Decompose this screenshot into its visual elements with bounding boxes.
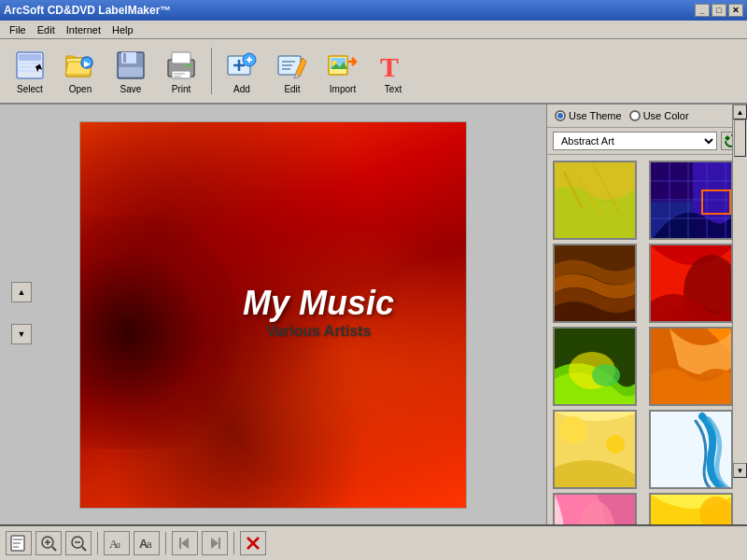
theme-dropdown-row: Abstract Art Classic Nature Sports Holid… [547,128,747,155]
open-button[interactable]: ▶ Open [56,43,105,99]
status-bar: A a A a [0,525,747,560]
svg-marker-7 [66,56,76,58]
use-theme-label: Use Theme [569,110,622,121]
app-title: ArcSoft CD&DVD LabelMaker™ [4,4,171,17]
svg-text:a: a [116,539,120,550]
import-label: Import [330,84,356,94]
svg-line-72 [52,547,56,551]
edit-button[interactable]: Edit [268,43,317,99]
open-label: Open [69,84,92,94]
svg-rect-4 [19,70,37,72]
svg-line-76 [82,547,86,551]
svg-rect-3 [19,66,35,68]
scrollbar-down-button[interactable]: ▼ [733,463,747,478]
print-button[interactable]: Print [157,43,205,99]
text-icon: T [376,49,410,82]
use-color-option[interactable]: Use Color [629,110,689,121]
title-bar: ArcSoft CD&DVD LabelMaker™ _ □ ✕ [0,0,747,21]
svg-marker-35 [725,135,730,141]
cd-dark-shape [80,216,239,449]
theme-thumb-4[interactable] [649,244,733,323]
text-button[interactable]: T Text [369,43,417,99]
svg-marker-82 [181,538,189,549]
scrollbar-up-button[interactable]: ▲ [733,105,747,119]
menu-edit[interactable]: Edit [32,22,61,37]
svg-rect-69 [13,542,21,544]
theme-thumb-1[interactable] [553,161,637,240]
menu-internet[interactable]: Internet [61,22,106,37]
theme-thumb-10[interactable] [649,493,733,525]
status-sep-2 [165,532,166,554]
use-theme-radio[interactable] [555,110,566,121]
page-view-button[interactable] [6,531,32,555]
status-sep-3 [233,532,234,554]
svg-point-60 [559,416,587,444]
svg-rect-70 [13,546,19,548]
theme-select[interactable]: Abstract Art Classic Nature Sports Holid… [553,132,717,150]
theme-thumb-5[interactable] [553,327,637,406]
save-label: Save [120,84,142,94]
close-button[interactable]: ✕ [728,4,743,17]
menu-help[interactable]: Help [106,22,139,37]
save-button[interactable]: Save [106,43,155,99]
select-button[interactable]: Select [6,43,54,99]
edit-icon [275,49,309,82]
arrow-left-button[interactable] [172,531,198,555]
menu-file[interactable]: File [4,22,32,37]
theme-thumb-2[interactable] [649,161,733,240]
scrollbar-track [733,119,747,463]
window-controls: _ □ ✕ [695,4,743,17]
toolbar: Select ▶ Open Save [0,39,747,105]
theme-panel: Use Theme Use Color Abstract Art Classic… [546,105,747,525]
scrollbar-thumb[interactable] [734,119,746,157]
text-style-b-button[interactable]: A a [134,531,160,555]
svg-text:▶: ▶ [84,60,91,68]
svg-marker-84 [211,538,218,549]
theme-thumb-3[interactable] [553,244,637,323]
minimize-button[interactable]: _ [695,4,710,17]
theme-options-row: Use Theme Use Color [547,105,747,128]
select-label: Select [17,84,43,94]
nav-down-button[interactable]: ▼ [11,324,32,344]
theme-thumb-6[interactable] [649,327,733,406]
theme-scrollbar[interactable]: ▲ ▼ [732,105,747,478]
text-label: Text [385,84,402,94]
maximize-button[interactable]: □ [712,4,726,17]
theme-thumb-8[interactable] [649,410,733,489]
open-icon: ▶ [63,49,97,82]
svg-text:a: a [147,539,152,550]
theme-grid [547,155,747,525]
menu-bar: File Edit Internet Help [0,21,747,39]
svg-rect-1 [19,54,41,61]
text-style-a-button[interactable]: A a [104,531,130,555]
use-color-radio[interactable] [629,110,641,121]
nav-up-button[interactable]: ▲ [11,282,32,302]
toolbar-sep-1 [211,48,212,94]
main-area: ▲ ▼ My Music Various Artists Use Theme U… [0,105,747,525]
svg-rect-13 [119,67,143,77]
cd-title: My Music [243,284,394,323]
theme-thumb-7[interactable] [553,410,637,489]
select-icon [13,49,47,82]
delete-button[interactable] [240,531,266,555]
use-theme-option[interactable]: Use Theme [555,110,622,121]
status-sep-1 [97,532,98,554]
svg-rect-15 [172,52,190,63]
save-icon [114,49,148,82]
zoom-in-button[interactable] [35,531,62,555]
use-color-label: Use Color [643,110,689,121]
add-button[interactable]: Add [218,43,266,99]
import-icon [326,49,359,82]
cd-label-canvas[interactable]: My Music Various Artists [79,121,467,509]
svg-rect-19 [174,76,181,77]
svg-text:T: T [380,51,399,82]
canvas-area: ▲ ▼ My Music Various Artists [0,105,546,525]
svg-rect-2 [19,63,41,64]
svg-rect-68 [13,539,22,540]
theme-thumb-9[interactable] [553,493,637,525]
add-label: Add [233,84,250,94]
import-button[interactable]: Import [318,43,367,99]
zoom-out-button[interactable] [65,531,92,555]
arrow-right-button[interactable] [202,531,228,555]
svg-point-56 [592,364,620,386]
